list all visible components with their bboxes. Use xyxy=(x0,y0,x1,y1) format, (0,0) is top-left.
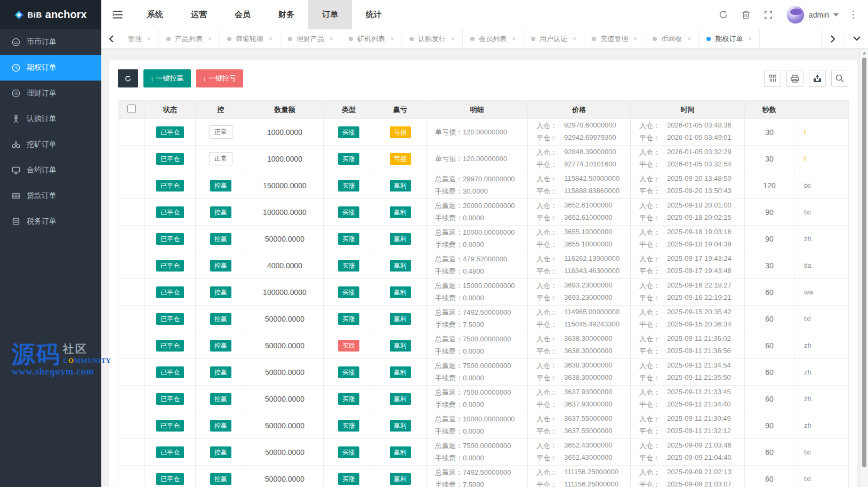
time-line: 平仓：2026-01-05 03:49:01 xyxy=(639,133,744,143)
refresh-icon[interactable] xyxy=(719,10,728,19)
sidebar-item-qiquan[interactable]: 期权订单 xyxy=(0,55,101,81)
type-badge: 买涨 xyxy=(338,286,359,298)
fullscreen-icon[interactable] xyxy=(764,11,773,19)
sidebar-toggle-icon[interactable] xyxy=(101,0,133,29)
tabs-scroll-left-icon[interactable] xyxy=(101,29,120,48)
price-line: 平仓：115888.83860000 xyxy=(536,187,630,196)
time-line: 入仓：2025-09-17 19:43:24 xyxy=(639,254,744,264)
column-header: 明细 xyxy=(427,101,528,119)
table-toolbar: ↑ 一键控赢 ↓ 一键控亏 xyxy=(118,69,848,87)
refresh-table-button[interactable] xyxy=(118,69,138,87)
tab-chongzhiguanli[interactable]: 充值管理× xyxy=(584,29,645,48)
tab-huiyuanliebiao[interactable]: 会员列表× xyxy=(463,29,524,48)
tab-close-icon[interactable]: × xyxy=(633,35,637,43)
brand-logo[interactable]: BiB anchorx xyxy=(0,0,101,29)
cell-time: 入仓：2025-09-17 19:43:24平仓：2025-09-17 19:4… xyxy=(631,252,745,279)
tab-qiquandingdan[interactable]: 期权订单× xyxy=(699,29,760,48)
status-badge: 已平仓 xyxy=(156,286,184,298)
sidebar-item-bibi[interactable]: cc币币订单 xyxy=(0,29,101,55)
tab-tanchuanglunbo[interactable]: 弹窗轮播× xyxy=(220,29,280,48)
tab-close-icon[interactable]: × xyxy=(573,35,576,43)
tabs-scroll-right-icon[interactable] xyxy=(821,29,845,48)
nav-item-yunying[interactable]: 运营 xyxy=(177,0,221,29)
tab-close-icon[interactable]: × xyxy=(147,35,151,43)
tab-close-icon[interactable]: × xyxy=(269,35,272,43)
scroll-up-arrow-icon[interactable]: ▲ xyxy=(862,50,867,55)
cell-detail: 总赢返：29970.00000000手续费：30.0000 xyxy=(427,172,528,199)
control-badge[interactable]: 控赢 xyxy=(210,233,231,245)
tab-close-icon[interactable]: × xyxy=(208,35,212,43)
price-line: 平仓：3652.43000000 xyxy=(536,453,630,463)
time-line: 平仓：2025-09-18 19:04:39 xyxy=(639,240,744,250)
tab-guanli[interactable]: 管理× xyxy=(120,29,159,48)
sidebar-item-shuiwu[interactable]: 税务订单 xyxy=(0,209,101,234)
control-badge[interactable]: 控赢 xyxy=(210,366,231,378)
tab-close-icon[interactable]: × xyxy=(451,35,455,43)
sidebar-item-rengou[interactable]: 认购订单 xyxy=(0,106,101,132)
control-badge[interactable]: 控赢 xyxy=(210,313,231,325)
tabs-dropdown-icon[interactable] xyxy=(845,29,868,48)
export-button[interactable] xyxy=(809,70,826,87)
tab-chanpinliebiao[interactable]: 产品列表× xyxy=(159,29,220,48)
control-badge[interactable]: 控赢 xyxy=(210,340,231,352)
cell-user: wa xyxy=(794,279,849,306)
tab-close-icon[interactable]: × xyxy=(390,35,394,43)
cell-price: 入仓：3652.61000000平仓：3652.61000000 xyxy=(528,199,631,226)
detail-line: 总赢返：10000.00000000 xyxy=(435,228,527,237)
cell-status: 已平仓 xyxy=(145,359,196,386)
select-all-checkbox[interactable] xyxy=(127,105,136,113)
tab-close-icon[interactable]: × xyxy=(748,35,752,43)
tab-close-icon[interactable]: × xyxy=(512,35,516,43)
control-badge[interactable]: 控赢 xyxy=(210,286,231,298)
sidebar-item-licai[interactable]: G理财订单 xyxy=(0,81,101,106)
nav-item-huiyuan[interactable]: 会员 xyxy=(221,0,264,29)
tab-close-icon[interactable]: × xyxy=(329,35,333,43)
sidebar-item-wakuang[interactable]: 挖矿订单 xyxy=(0,132,101,157)
trash-icon[interactable] xyxy=(742,10,750,19)
control-badge[interactable]: 控赢 xyxy=(210,420,231,432)
control-badge[interactable]: 控赢 xyxy=(210,473,231,485)
tab-kuangjiliebiao[interactable]: 矿机列表× xyxy=(341,29,402,48)
table-row: 已平仓 控赢 50000.0000 买涨 赢利 总赢返：7492.5000000… xyxy=(118,466,849,487)
tab-label: 弹窗轮播 xyxy=(236,34,263,44)
nav-item-dingdan[interactable]: 订单 xyxy=(308,0,352,29)
tab-licaichanpin[interactable]: 理财产品× xyxy=(280,29,341,48)
control-badge[interactable]: 控赢 xyxy=(210,206,231,218)
print-button[interactable] xyxy=(786,70,803,87)
cell-status: 已平仓 xyxy=(145,146,196,172)
control-badge[interactable]: 控赢 xyxy=(210,393,231,405)
sidebar-item-heyue[interactable]: 合约订单 xyxy=(0,157,101,183)
columns-filter-button[interactable] xyxy=(764,70,781,87)
control-badge[interactable]: 正常 xyxy=(209,125,232,138)
sidebar: cc币币订单期权订单G理财订单认购订单挖矿订单合约订单贷款订单税务订单 xyxy=(0,29,101,487)
control-badge[interactable]: 控赢 xyxy=(210,260,231,272)
cell-time: 入仓：2025-09-11 21:36:02平仓：2025-09-11 21:3… xyxy=(631,332,745,359)
tab-close-icon[interactable]: × xyxy=(687,35,691,43)
more-options-icon[interactable] xyxy=(853,11,854,19)
force-win-button[interactable]: ↑ 一键控赢 xyxy=(143,69,191,87)
sidebar-item-daikuan[interactable]: 贷款订单 xyxy=(0,183,101,209)
tab-yonghurenzheng[interactable]: 用户认证× xyxy=(524,29,584,48)
cell-detail: 总赢返：10000.00000000手续费：0.0000 xyxy=(427,226,528,252)
time-line: 入仓：2025-09-11 21:33:45 xyxy=(639,388,744,397)
page-scrollbar[interactable]: ▲ xyxy=(859,49,868,487)
control-badge[interactable]: 控赢 xyxy=(210,180,231,191)
nav-item-caiwu[interactable]: 财务 xyxy=(264,0,308,29)
mining-binoculars-icon xyxy=(12,140,20,149)
nav-item-xitong[interactable]: 系统 xyxy=(133,0,177,29)
cell-result: 赢利 xyxy=(374,386,427,412)
tab-rengoufaxing[interactable]: 认购发行× xyxy=(402,29,463,48)
nav-item-tongji[interactable]: 统计 xyxy=(352,0,396,29)
table-row: 已平仓 控赢 50000.0000 买涨 赢利 总赢返：7500.0000000… xyxy=(118,359,849,386)
control-badge[interactable]: 正常 xyxy=(209,152,232,165)
user-menu[interactable]: admin xyxy=(786,6,839,24)
sidebar-item-label: 币币订单 xyxy=(27,37,57,47)
force-lose-button[interactable]: ↓ 一键控亏 xyxy=(196,69,244,87)
cell-type: 买涨 xyxy=(324,386,374,412)
tab-bihuishou[interactable]: 币回收× xyxy=(645,29,699,48)
scrollbar-thumb[interactable] xyxy=(862,58,866,467)
control-badge[interactable]: 控赢 xyxy=(210,446,231,458)
sidebar-item-label: 合约订单 xyxy=(27,165,57,175)
search-button[interactable] xyxy=(831,70,848,87)
orders-table: 状态控数量额类型赢亏明细价格时间秒数 已平仓 正常 1000.0000 买涨 亏… xyxy=(118,100,849,487)
